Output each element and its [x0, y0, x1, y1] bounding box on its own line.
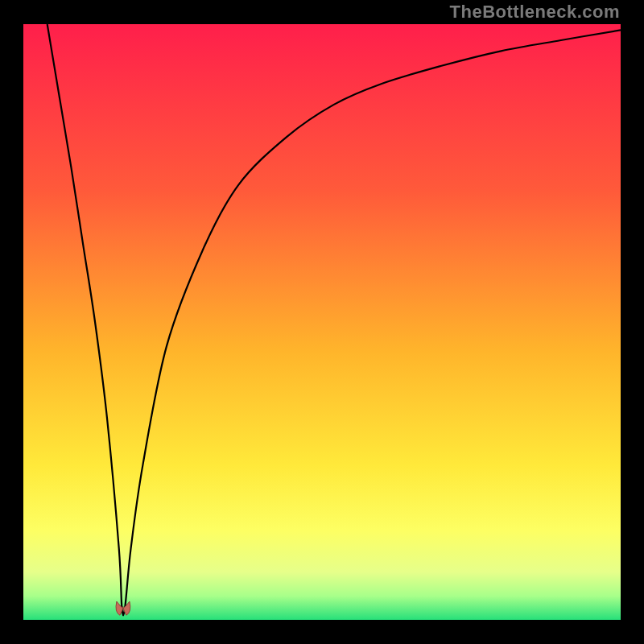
gradient-background — [23, 24, 621, 620]
attribution-label: TheBottleneck.com — [450, 2, 620, 23]
chart-frame: TheBottleneck.com — [0, 0, 644, 644]
bottleneck-chart — [0, 0, 644, 644]
